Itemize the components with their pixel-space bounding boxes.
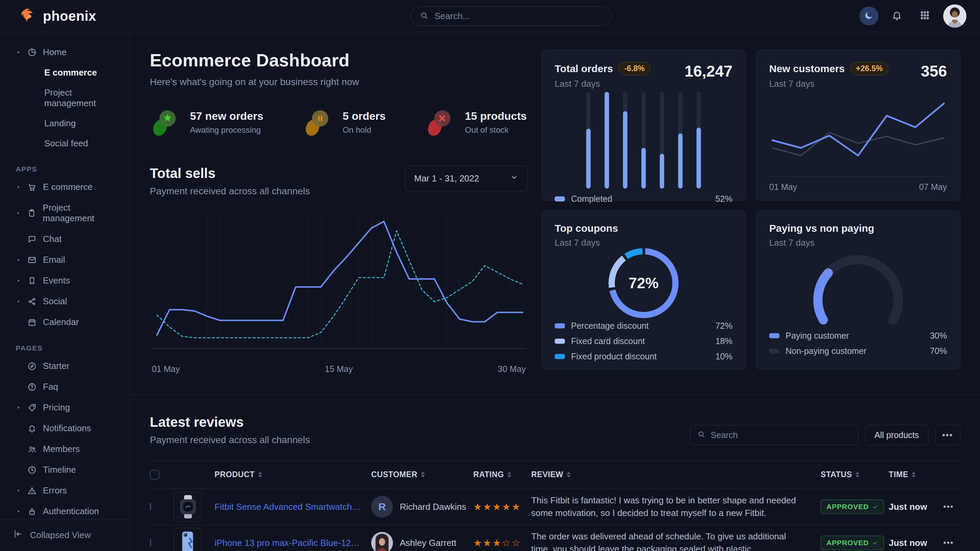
sort-icon[interactable] <box>855 472 859 478</box>
legend-label: Completed <box>571 194 612 204</box>
global-search-input[interactable] <box>434 11 602 21</box>
page: phoenix <box>0 0 980 551</box>
select-all-checkbox[interactable] <box>150 470 159 480</box>
sidebar: HomeE commerceProject managementLandingS… <box>0 32 130 551</box>
caret-right-icon <box>16 405 21 410</box>
sidebar-item-members[interactable]: Members <box>13 439 124 459</box>
x-tick: 07 May <box>919 182 947 192</box>
clipboard-icon <box>27 208 37 218</box>
global-search[interactable] <box>410 6 611 26</box>
x-tick: 01 May <box>769 182 797 192</box>
sidebar-item-timeline[interactable]: Timeline <box>13 459 124 480</box>
column-header-customer[interactable]: CUSTOMER <box>371 470 473 479</box>
grid9-icon <box>919 10 931 22</box>
legend-swatch <box>555 339 565 344</box>
sidebar-item-notifications[interactable]: Notifications <box>13 418 124 439</box>
legend-swatch <box>769 333 780 338</box>
review-text: The order was delivered ahead of schedul… <box>531 530 821 551</box>
product-thumbnail[interactable] <box>173 528 202 551</box>
stat-label: Awating processing <box>190 125 263 135</box>
change-badge: -6.8% <box>618 62 651 75</box>
row-checkbox[interactable] <box>150 503 151 510</box>
sort-icon[interactable] <box>566 472 571 478</box>
product-link[interactable]: iPhone 13 pro max-Pacific Blue-128GB sto… <box>215 538 371 548</box>
total-sells-x-axis: 01 May 15 May 30 May <box>150 364 528 374</box>
reviews-search[interactable] <box>690 425 858 445</box>
review-text: This Fitbit is fantastic! I was trying t… <box>531 494 821 519</box>
sidebar-item-e-commerce[interactable]: E commerce <box>13 177 124 197</box>
sort-icon[interactable] <box>421 472 425 478</box>
sidebar-subitem-project-management[interactable]: Project management <box>13 83 124 113</box>
change-badge: +26.5% <box>850 62 889 75</box>
card-title: Paying vs non paying <box>769 222 874 234</box>
table-row[interactable]: Fitbit Sense Advanced Smartwatch with To… <box>150 489 960 525</box>
new-customers-card: New customers +26.5% Last 7 days 356 01 <box>756 50 960 200</box>
reviews-subtitle: Payment received across all channels <box>150 435 310 446</box>
sidebar-subitem-social-feed[interactable]: Social feed <box>13 133 124 154</box>
sidebar-item-events[interactable]: Events <box>13 270 124 291</box>
stats-row: 57 new ordersAwating processing5 ordersO… <box>150 106 528 138</box>
sidebar-item-pricing[interactable]: Pricing <box>13 397 124 418</box>
sidebar-subitem-landing[interactable]: Landing <box>13 113 124 133</box>
collapsed-view-toggle[interactable]: Collapsed View <box>0 519 130 551</box>
sidebar-item-chat[interactable]: Chat <box>13 229 124 249</box>
customer-cell[interactable]: Ashley Garrett <box>371 532 473 551</box>
reviews-more-button[interactable]: ••• <box>935 425 960 446</box>
sort-icon[interactable] <box>912 472 916 478</box>
paying-gauge-chart <box>769 248 947 328</box>
column-header-status[interactable]: STATUS <box>821 470 889 479</box>
customer-name: Ashley Garrett <box>400 538 456 548</box>
card-value: 16,247 <box>684 62 732 80</box>
sidebar-item-home[interactable]: Home <box>13 42 124 63</box>
stat-value: 5 orders <box>342 110 385 122</box>
new-customers-x-axis: 01 May 07 May <box>769 176 947 192</box>
reviews-table-header: PRODUCTCUSTOMERRATINGREVIEWSTATUSTIME <box>150 460 960 489</box>
sidebar-section-label: APPS <box>16 165 124 173</box>
sidebar-subitem-e-commerce[interactable]: E commerce <box>13 63 124 83</box>
sidebar-item-social[interactable]: Social <box>13 291 124 312</box>
theme-toggle-button[interactable] <box>859 6 878 25</box>
caret-right-icon <box>16 488 21 493</box>
sidebar-item-faq[interactable]: Faq <box>13 376 124 397</box>
customer-avatar: R <box>371 496 393 518</box>
sidebar-item-project-management[interactable]: Project management <box>13 197 124 229</box>
main-content: Ecommerce Dashboard Here's what's going … <box>130 32 980 551</box>
sort-icon[interactable] <box>258 472 262 478</box>
total-sells-chart: 01 May 15 May 30 May <box>150 209 528 374</box>
table-row[interactable]: iPhone 13 pro max-Pacific Blue-128GB sto… <box>150 525 960 551</box>
sidebar-item-errors[interactable]: Errors <box>13 480 124 501</box>
card-period: Last 7 days <box>769 79 888 89</box>
reviews-search-input[interactable] <box>711 430 851 440</box>
sidebar-item-calendar[interactable]: Calendar <box>13 312 124 332</box>
customer-cell[interactable]: RRichard Dawkins <box>371 496 473 518</box>
row-menu-button[interactable]: ••• <box>943 538 960 548</box>
sidebar-item-label: Calendar <box>43 317 79 327</box>
brand[interactable]: phoenix <box>20 6 96 25</box>
row-menu-button[interactable]: ••• <box>943 502 960 511</box>
apps-menu-button[interactable] <box>915 6 934 25</box>
column-header-review[interactable]: REVIEW <box>531 470 821 479</box>
sidebar-item-label: Chat <box>43 234 62 245</box>
sidebar-item-label: E commerce <box>43 182 92 192</box>
product-thumbnail[interactable] <box>173 492 202 522</box>
product-link[interactable]: Fitbit Sense Advanced Smartwatch with To… <box>215 502 371 512</box>
user-avatar[interactable] <box>943 5 966 27</box>
sidebar-item-label: Project management <box>43 203 121 224</box>
all-products-button[interactable]: All products <box>865 425 928 446</box>
row-checkbox[interactable] <box>150 539 151 546</box>
date-range-value: Mar 1 - 31, 2022 <box>414 173 479 184</box>
sidebar-item-email[interactable]: Email <box>13 249 124 270</box>
sort-icon[interactable] <box>508 472 511 478</box>
notifications-button[interactable] <box>888 6 907 25</box>
stat-item: 5 ordersOn hold <box>302 106 385 138</box>
column-header-product[interactable]: PRODUCT <box>215 470 371 479</box>
sidebar-item-authentication[interactable]: Authentication <box>13 501 124 519</box>
column-header-rating[interactable]: RATING <box>473 470 531 479</box>
date-range-select[interactable]: Mar 1 - 31, 2022 <box>405 166 528 191</box>
reviews-table: PRODUCTCUSTOMERRATINGREVIEWSTATUSTIME Fi… <box>150 460 960 551</box>
paying-card: Paying vs non paying Last 7 days Paying … <box>756 211 960 369</box>
column-header-time[interactable]: TIME <box>889 470 943 479</box>
legend-row: Paying customer30% <box>769 328 947 343</box>
donut-center-value: 72% <box>608 248 679 318</box>
sidebar-item-starter[interactable]: Starter <box>13 356 124 376</box>
